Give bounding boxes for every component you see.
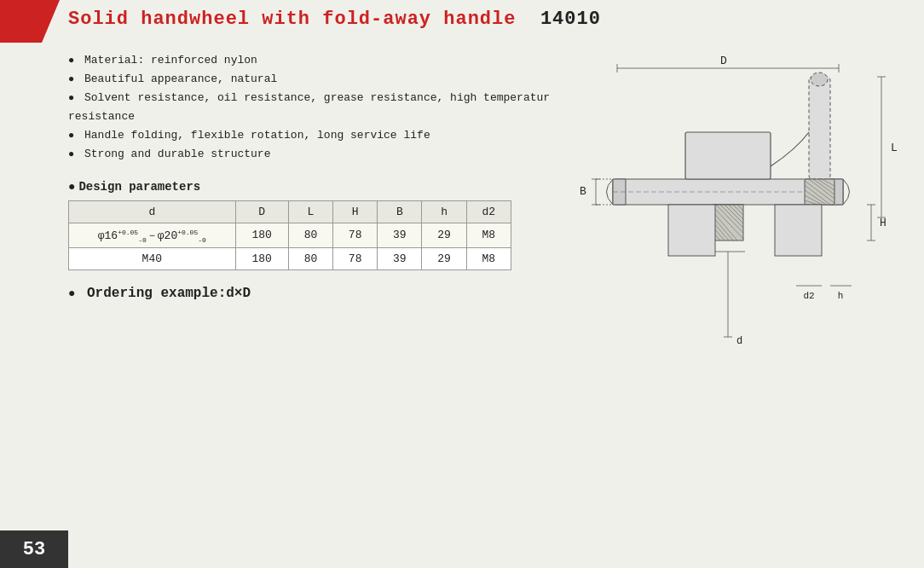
page-number-box: 53: [0, 530, 68, 568]
col-header-L: L: [288, 200, 332, 223]
svg-text:d2: d2: [803, 291, 814, 301]
col-header-d2: d2: [466, 200, 511, 223]
header: Solid handwheel with fold-away handle 14…: [68, 9, 907, 30]
cell-h-row1: 29: [422, 223, 466, 248]
cell-H-row2: 78: [333, 248, 378, 270]
svg-text:D: D: [720, 55, 727, 67]
drawing-svg: D L: [549, 47, 907, 414]
svg-text:L: L: [891, 142, 898, 154]
cell-h-row2: 29: [422, 248, 466, 270]
table-row: φ16+0.05-0－φ20+0.05-0 180 80 78 39 29 M8: [69, 223, 511, 248]
svg-text:H: H: [880, 217, 886, 229]
technical-drawing: D L: [549, 47, 907, 414]
page-number-text: 53: [23, 539, 45, 560]
col-header-B: B: [378, 200, 422, 223]
title-text: Solid handwheel with fold-away handle: [68, 9, 516, 30]
col-header-D: D: [235, 200, 288, 223]
content-left: Material: reinforced nylon Beautiful app…: [68, 51, 563, 301]
cell-D-row1: 180: [235, 223, 288, 248]
col-header-h: h: [422, 200, 466, 223]
page-container: Solid handwheel with fold-away handle 14…: [0, 0, 924, 568]
svg-rect-12: [809, 77, 830, 179]
ordering-example: Ordering example:d×D: [68, 286, 563, 301]
feature-list: Material: reinforced nylon Beautiful app…: [68, 51, 563, 165]
list-item-appearance: Beautiful appearance, natural: [68, 70, 563, 89]
col-header-H: H: [333, 200, 378, 223]
cell-B-row1: 39: [378, 223, 422, 248]
col-header-d: d: [69, 200, 236, 223]
cell-D-row2: 180: [235, 248, 288, 270]
list-item-resistance: Solvent resistance, oil resistance, grea…: [68, 89, 563, 126]
svg-rect-56: [775, 205, 822, 256]
svg-rect-10: [685, 132, 771, 179]
svg-text:h: h: [838, 291, 844, 301]
table-header-row: d D L H B h d2: [69, 200, 511, 223]
part-number: 14010: [540, 9, 601, 30]
svg-rect-55: [668, 205, 715, 256]
parameters-table: d D L H B h d2 φ16+0.05-0－φ20+0.05-0 180…: [68, 200, 511, 271]
page-title: Solid handwheel with fold-away handle 14…: [68, 9, 907, 30]
cell-L-row2: 80: [288, 248, 332, 270]
list-item-handle: Handle folding, flexible rotation, long …: [68, 126, 563, 145]
svg-text:d: d: [736, 335, 742, 347]
cell-L-row1: 80: [288, 223, 332, 248]
cell-d2-row2: M8: [466, 248, 511, 270]
list-item-structure: Strong and durable structure: [68, 145, 563, 164]
table-row: M40 180 80 78 39 29 M8: [69, 248, 511, 270]
red-corner-accent: [0, 0, 60, 43]
cell-B-row2: 39: [378, 248, 422, 270]
cell-d-row1: φ16+0.05-0－φ20+0.05-0: [69, 223, 236, 248]
cell-d-row2: M40: [69, 248, 236, 270]
cell-H-row1: 78: [333, 223, 378, 248]
cell-d2-row1: M8: [466, 223, 511, 248]
design-params-heading: Design parameters: [68, 180, 563, 194]
svg-text:B: B: [580, 185, 586, 198]
svg-point-13: [811, 72, 828, 86]
list-item-material: Material: reinforced nylon: [68, 51, 563, 70]
